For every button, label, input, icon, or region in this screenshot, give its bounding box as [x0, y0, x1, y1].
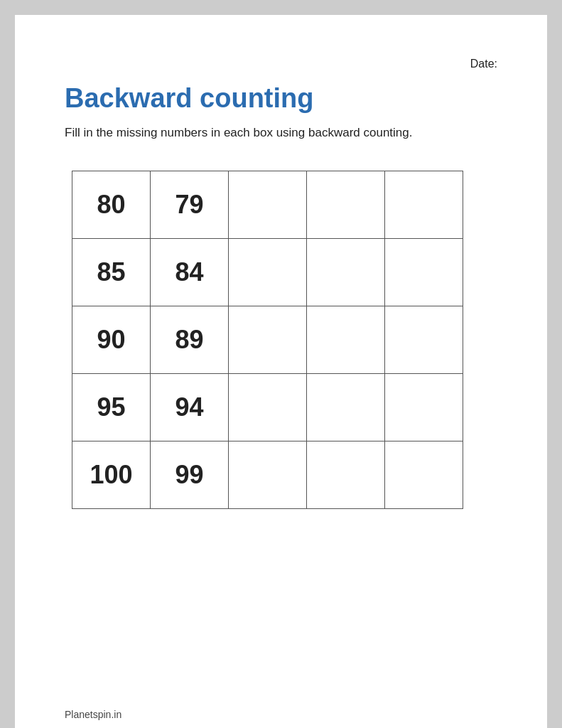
worksheet-page: Date: Backward counting Fill in the miss…	[14, 14, 548, 728]
instructions-text: Fill in the missing numbers in each box …	[65, 124, 463, 142]
grid-cell-r2-c1[interactable]: 89	[151, 306, 229, 373]
grid-cell-r1-c0[interactable]: 85	[72, 238, 151, 306]
grid-cell-r1-c2[interactable]	[229, 238, 307, 306]
grid-cell-r0-c3[interactable]	[307, 171, 385, 238]
grid-cell-r1-c1[interactable]: 84	[151, 238, 229, 306]
grid-cell-r2-c4[interactable]	[385, 306, 463, 373]
grid-cell-r1-c3[interactable]	[307, 238, 385, 306]
footer-brand: Planetspin.in	[65, 709, 121, 720]
grid-cell-r1-c4[interactable]	[385, 238, 463, 306]
grid-cell-r0-c2[interactable]	[229, 171, 307, 238]
grid-cell-r2-c0[interactable]: 90	[72, 306, 151, 373]
grid-cell-r3-c4[interactable]	[385, 373, 463, 441]
grid-cell-r0-c0[interactable]: 80	[72, 171, 151, 238]
grid-cell-r4-c0[interactable]: 100	[72, 441, 151, 508]
grid-cell-r3-c0[interactable]: 95	[72, 373, 151, 441]
grid-cell-r4-c2[interactable]	[229, 441, 307, 508]
grid-cell-r4-c4[interactable]	[385, 441, 463, 508]
counting-grid: 807985849089959410099	[72, 171, 463, 509]
date-label: Date:	[65, 58, 497, 70]
grid-cell-r0-c1[interactable]: 79	[151, 171, 229, 238]
grid-cell-r0-c4[interactable]	[385, 171, 463, 238]
grid-cell-r3-c3[interactable]	[307, 373, 385, 441]
grid-cell-r4-c3[interactable]	[307, 441, 385, 508]
grid-cell-r2-c2[interactable]	[229, 306, 307, 373]
page-title: Backward counting	[65, 83, 497, 114]
grid-cell-r4-c1[interactable]: 99	[151, 441, 229, 508]
date-text: Date:	[470, 58, 497, 70]
grid-cell-r3-c1[interactable]: 94	[151, 373, 229, 441]
grid-cell-r3-c2[interactable]	[229, 373, 307, 441]
grid-cell-r2-c3[interactable]	[307, 306, 385, 373]
